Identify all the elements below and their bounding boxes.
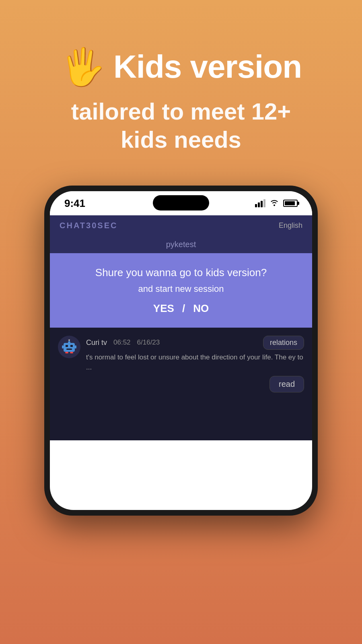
dialog-sub-text: and start new session <box>64 284 298 294</box>
dialog-yes-button[interactable]: YES <box>153 302 174 315</box>
dialog-separator: / <box>182 302 185 315</box>
chat-preview: t's normal to feel lost or unsure about … <box>86 352 304 373</box>
phone-inner: 9:41 <box>50 191 312 510</box>
status-time: 9:41 <box>64 197 85 210</box>
svg-point-6 <box>68 339 70 341</box>
hand-emoji: 🖐️ <box>60 49 105 85</box>
read-button[interactable]: read <box>269 376 304 392</box>
hero-title: Kids version <box>113 48 302 85</box>
chat-meta: Curi tv 06:52 6/16/23 relations t's norm… <box>86 336 304 392</box>
kids-version-dialog: Shure you wanna go to kids version? and … <box>50 253 312 328</box>
hero-subtitle: tailored to meet 12+ kids needs <box>71 97 291 153</box>
svg-rect-9 <box>65 352 68 353</box>
phone-mockup: 9:41 <box>44 186 318 516</box>
username-label: pyketest <box>166 240 196 249</box>
wifi-icon <box>269 199 279 208</box>
signal-icon <box>255 199 265 207</box>
robot-icon <box>60 338 78 356</box>
username-bar: pyketest <box>50 236 312 253</box>
notch <box>153 195 209 211</box>
chat-avatar <box>58 336 80 358</box>
hero-subtitle-line1: tailored to meet 12+ <box>71 98 291 124</box>
svg-rect-1 <box>66 345 68 347</box>
hero-section: 🖐️ Kids version tailored to meet 12+ kid… <box>0 0 362 178</box>
status-icons <box>255 199 298 208</box>
dialog-main-text: Shure you wanna go to kids version? <box>64 266 298 280</box>
title-row: 🖐️ Kids version <box>60 48 302 85</box>
chat-time: 06:52 <box>113 339 131 347</box>
svg-rect-2 <box>70 345 73 347</box>
chat-read-area: read <box>86 376 304 392</box>
battery-icon <box>283 200 298 207</box>
app-logo: CHAT30SEC <box>60 221 117 230</box>
svg-rect-3 <box>66 349 72 350</box>
chat-tag-relations[interactable]: relations <box>263 336 304 350</box>
dialog-actions: YES / NO <box>64 302 298 315</box>
svg-rect-7 <box>62 345 64 349</box>
hero-subtitle-line2: kids needs <box>121 126 241 153</box>
chat-area: Curi tv 06:52 6/16/23 relations t's norm… <box>50 328 312 440</box>
app-header: CHAT30SEC English <box>50 215 312 236</box>
svg-rect-10 <box>70 352 73 353</box>
chat-meta-row: Curi tv 06:52 6/16/23 relations <box>86 336 304 350</box>
dialog-no-button[interactable]: NO <box>193 302 209 315</box>
chat-date: 6/16/23 <box>137 339 160 347</box>
svg-rect-0 <box>64 343 75 352</box>
svg-rect-8 <box>75 345 76 349</box>
app-language[interactable]: English <box>279 221 302 230</box>
status-bar: 9:41 <box>50 191 312 215</box>
chat-list-item[interactable]: Curi tv 06:52 6/16/23 relations t's norm… <box>58 336 304 392</box>
chat-name: Curi tv <box>86 339 107 347</box>
phone-outer: 9:41 <box>44 186 318 516</box>
